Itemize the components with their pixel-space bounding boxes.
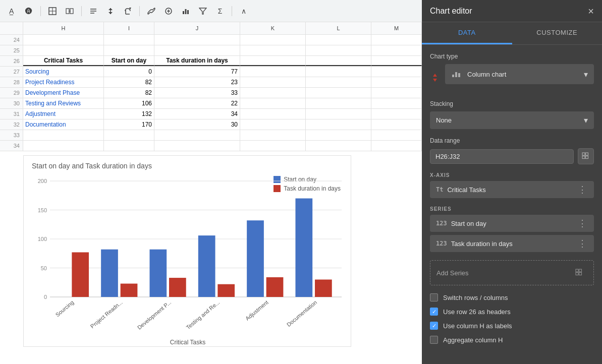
cell-k[interactable]	[240, 35, 306, 45]
cell-h[interactable]: Adjustment	[23, 109, 104, 119]
col-header-k[interactable]: K	[240, 22, 306, 34]
cell-h[interactable]	[23, 35, 104, 45]
cell-l[interactable]	[306, 130, 371, 140]
cell-k[interactable]	[240, 130, 306, 140]
cell-l[interactable]	[306, 109, 371, 119]
checkbox-2[interactable]	[430, 322, 438, 330]
cell-i[interactable]	[104, 130, 154, 140]
cell-h[interactable]	[23, 45, 104, 55]
cell-h[interactable]	[23, 141, 104, 151]
cell-i[interactable]	[104, 45, 154, 55]
row-number[interactable]: 27	[0, 67, 23, 77]
row-number[interactable]: 34	[0, 141, 23, 151]
cell-m[interactable]	[371, 67, 422, 77]
cell-k[interactable]	[240, 45, 306, 55]
series-0-menu-btn[interactable]: ⋮	[577, 219, 588, 228]
cell-j[interactable]: 34	[154, 109, 240, 119]
cell-h[interactable]: Documentation	[23, 119, 104, 130]
cell-j[interactable]: 33	[154, 88, 240, 98]
table-row[interactable]: 26Critical TasksStart on dayTask duratio…	[0, 56, 422, 67]
series-1-menu-btn[interactable]: ⋮	[577, 239, 588, 248]
cell-l[interactable]	[306, 119, 371, 130]
font-color-btn[interactable]: 🅐	[21, 4, 36, 19]
cell-l[interactable]	[306, 141, 371, 151]
chart-type-dropdown[interactable]: Column chart ▾	[445, 64, 594, 84]
table-row[interactable]: 32Documentation17030	[0, 119, 422, 130]
table-row[interactable]: 24	[0, 35, 422, 45]
cell-m[interactable]	[371, 109, 422, 119]
cell-k[interactable]	[240, 98, 306, 108]
col-header-h[interactable]: H	[23, 22, 104, 34]
cell-m[interactable]	[371, 77, 422, 87]
add-series-grid-btn[interactable]	[571, 265, 587, 281]
cell-i[interactable]: Start on day	[104, 56, 154, 66]
cell-i[interactable]: 170	[104, 119, 154, 130]
cell-m[interactable]	[371, 56, 422, 66]
valign-btn[interactable]	[103, 4, 118, 19]
cell-k[interactable]	[240, 56, 306, 66]
cell-j[interactable]: 23	[154, 77, 240, 87]
merge-btn[interactable]	[62, 4, 77, 19]
cell-m[interactable]	[371, 130, 422, 140]
cell-l[interactable]	[306, 77, 371, 87]
row-number[interactable]: 31	[0, 109, 23, 119]
cell-l[interactable]	[306, 67, 371, 77]
table-row[interactable]: 27Sourcing077	[0, 67, 422, 77]
cell-k[interactable]	[240, 141, 306, 151]
align-btn[interactable]	[86, 4, 101, 19]
cell-h[interactable]: Sourcing	[23, 67, 104, 77]
table-row[interactable]: 33	[0, 130, 422, 141]
collapse-btn[interactable]: ∧	[236, 4, 251, 19]
cell-j[interactable]: Task duration in days	[154, 56, 240, 66]
cell-k[interactable]	[240, 119, 306, 130]
stacking-dropdown[interactable]: None ▾	[430, 111, 594, 129]
cell-k[interactable]	[240, 109, 306, 119]
cell-j[interactable]	[154, 45, 240, 55]
cell-k[interactable]	[240, 67, 306, 77]
cell-j[interactable]: 30	[154, 119, 240, 130]
cell-j[interactable]	[154, 35, 240, 45]
row-number[interactable]: 25	[0, 45, 23, 55]
functions-btn[interactable]: Σ	[212, 4, 228, 19]
row-number[interactable]: 28	[0, 77, 23, 87]
cell-m[interactable]	[371, 35, 422, 45]
table-row[interactable]: 30Testing and Reviews10622	[0, 98, 422, 109]
cell-i[interactable]	[104, 35, 154, 45]
link-btn[interactable]	[144, 4, 159, 19]
row-number[interactable]: 24	[0, 35, 23, 45]
table-row[interactable]: 28Project Readiness8223	[0, 77, 422, 88]
col-header-i[interactable]: I	[104, 22, 154, 34]
series-row-0[interactable]: 123 Start on day ⋮	[430, 215, 594, 232]
cell-k[interactable]	[240, 77, 306, 87]
cell-j[interactable]: 77	[154, 67, 240, 77]
cell-i[interactable]: 82	[104, 88, 154, 98]
cell-m[interactable]	[371, 98, 422, 108]
cell-l[interactable]	[306, 98, 371, 108]
insert-btn[interactable]	[161, 4, 176, 19]
row-number[interactable]: 30	[0, 98, 23, 108]
cell-l[interactable]	[306, 88, 371, 98]
add-series-row[interactable]: Add Series	[430, 260, 594, 285]
cell-i[interactable]: 82	[104, 77, 154, 87]
x-axis-menu-btn[interactable]: ⋮	[577, 185, 588, 194]
cell-l[interactable]	[306, 35, 371, 45]
cell-l[interactable]	[306, 56, 371, 66]
checkbox-0[interactable]	[430, 293, 438, 301]
data-range-input[interactable]	[430, 149, 574, 164]
table-row[interactable]: 31Adjustment13234	[0, 109, 422, 119]
col-header-m[interactable]: M	[371, 22, 422, 34]
close-button[interactable]: ×	[588, 6, 594, 16]
cell-i[interactable]: 106	[104, 98, 154, 108]
x-axis-row[interactable]: Tt Critical Tasks ⋮	[430, 181, 594, 198]
cell-m[interactable]	[371, 45, 422, 55]
row-number[interactable]: 33	[0, 130, 23, 140]
col-header-j[interactable]: J	[154, 22, 240, 34]
cell-i[interactable]: 0	[104, 67, 154, 77]
cell-i[interactable]	[104, 141, 154, 151]
cell-m[interactable]	[371, 119, 422, 130]
tab-data[interactable]: DATA	[422, 22, 512, 44]
cell-h[interactable]: Critical Tasks	[23, 56, 104, 66]
table-row[interactable]: 25	[0, 45, 422, 56]
cell-j[interactable]	[154, 141, 240, 151]
table-row[interactable]: 34	[0, 141, 422, 151]
